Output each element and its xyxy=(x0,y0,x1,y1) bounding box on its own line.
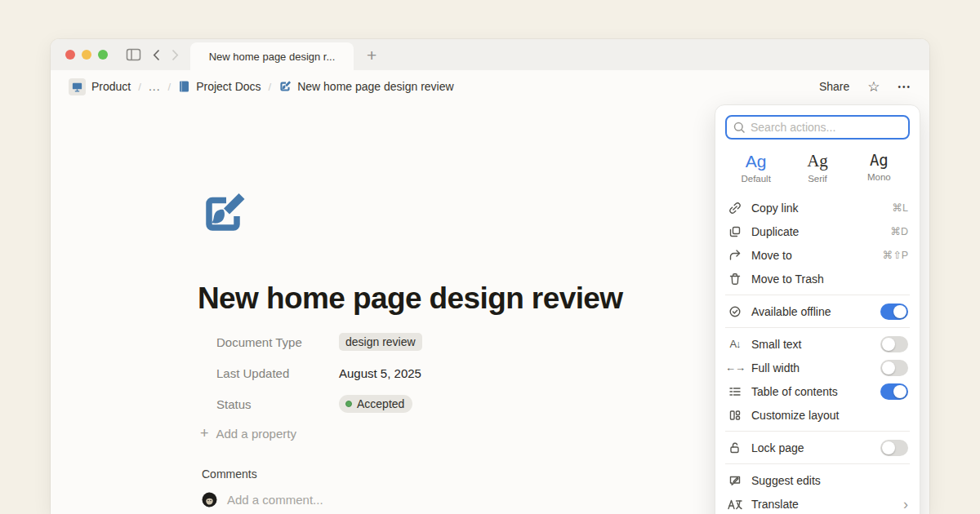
add-property-button[interactable]: + Add a property xyxy=(200,426,296,441)
comment-input[interactable]: Add a comment... xyxy=(227,493,323,507)
font-option-serif[interactable]: Ag Serif xyxy=(786,151,848,184)
share-button[interactable]: Share xyxy=(819,80,849,93)
chevron-right-icon: › xyxy=(903,497,908,512)
breadcrumb-item-product[interactable]: Product xyxy=(69,78,131,95)
translate-icon xyxy=(727,498,743,510)
menu-item-customize-layout[interactable]: Customize layout xyxy=(725,403,910,427)
divider xyxy=(725,431,910,432)
divider xyxy=(725,327,910,328)
avatar xyxy=(202,492,217,507)
book-icon xyxy=(178,80,190,93)
app-window: New home page design r... + Product / ..… xyxy=(51,39,929,514)
lock-open-icon xyxy=(727,441,743,454)
table-of-contents-toggle[interactable] xyxy=(880,383,908,400)
page-title[interactable]: New home page design review xyxy=(198,281,622,316)
traffic-lights xyxy=(65,50,108,60)
menu-item-lock-page[interactable]: Lock page xyxy=(725,436,910,459)
breadcrumb-item-current-page[interactable]: New home page design review xyxy=(278,80,453,93)
customize-layout-icon xyxy=(727,409,743,422)
menu-item-label: Available offline xyxy=(751,305,831,318)
breadcrumb-separator: / xyxy=(138,81,141,93)
menu-item-label: Move to Trash xyxy=(751,273,824,286)
property-row-last-updated[interactable]: Last Updated August 5, 2025 xyxy=(216,357,422,388)
font-sample: Ag xyxy=(725,151,786,171)
check-circle-icon xyxy=(727,305,743,318)
available-offline-toggle[interactable] xyxy=(880,304,908,320)
menu-item-small-text[interactable]: A↓ Small text xyxy=(725,332,910,356)
status-label: Accepted xyxy=(357,397,404,410)
search-actions-box[interactable] xyxy=(725,115,910,140)
property-label: Document Type xyxy=(216,335,339,349)
link-icon xyxy=(727,202,743,215)
lock-page-toggle[interactable] xyxy=(880,440,908,456)
font-sample: Ag xyxy=(849,151,910,170)
menu-item-label: Lock page xyxy=(751,441,804,454)
full-width-toggle[interactable] xyxy=(880,360,908,376)
menu-item-full-width[interactable]: ←→ Full width xyxy=(725,356,910,379)
compose-icon xyxy=(278,80,292,93)
menu-item-move-to[interactable]: Move to ⌘⇧P xyxy=(725,243,910,267)
move-to-icon xyxy=(727,249,743,262)
breadcrumb-item-project-docs[interactable]: Project Docs xyxy=(178,80,261,93)
breadcrumb-separator: / xyxy=(168,81,172,93)
minimize-window-button[interactable] xyxy=(82,50,91,60)
zoom-window-button[interactable] xyxy=(98,50,108,60)
trash-icon xyxy=(727,273,743,286)
sidebar-toggle-icon[interactable] xyxy=(126,48,141,61)
breadcrumb: Product / ... / Project Docs / New home … xyxy=(69,78,454,95)
property-row-status[interactable]: Status Accepted xyxy=(216,388,422,419)
menu-item-suggest-edits[interactable]: Suggest edits xyxy=(725,468,910,492)
divider xyxy=(725,295,910,295)
property-label: Last Updated xyxy=(216,366,339,380)
menu-item-label: Suggest edits xyxy=(751,474,821,487)
paintbrush-square-icon[interactable] xyxy=(198,189,247,238)
menu-item-label: Copy link xyxy=(751,202,799,215)
back-button[interactable] xyxy=(153,49,160,61)
forward-button[interactable] xyxy=(172,49,179,61)
breadcrumb-item-ellipsis[interactable]: ... xyxy=(149,80,161,93)
browser-tab[interactable]: New home page design r... xyxy=(190,42,354,70)
menu-item-duplicate[interactable]: Duplicate ⌘D xyxy=(725,219,910,243)
font-sample: Ag xyxy=(786,151,848,171)
close-window-button[interactable] xyxy=(65,50,75,60)
property-tag[interactable]: design review xyxy=(339,333,422,351)
full-width-icon: ←→ xyxy=(727,361,743,374)
toggle-knob xyxy=(882,338,895,351)
menu-item-translate[interactable]: Translate › xyxy=(725,492,910,514)
menu-item-table-of-contents[interactable]: Table of contents xyxy=(725,379,910,403)
menu-item-available-offline[interactable]: Available offline xyxy=(725,299,910,323)
font-name: Mono xyxy=(849,172,910,182)
menu-item-label: Move to xyxy=(751,249,792,262)
shortcut-hint: ⌘D xyxy=(890,225,908,237)
menu-item-move-to-trash[interactable]: Move to Trash xyxy=(725,267,910,290)
tab-title: New home page design r... xyxy=(209,51,336,63)
font-option-mono[interactable]: Ag Mono xyxy=(849,151,910,184)
search-actions-input[interactable] xyxy=(751,121,902,134)
property-value[interactable]: August 5, 2025 xyxy=(339,366,421,380)
toggle-knob xyxy=(893,305,906,318)
divider xyxy=(725,463,910,464)
breadcrumb-label: New home page design review xyxy=(297,80,453,93)
comment-input-row[interactable]: Add a comment... xyxy=(202,492,323,507)
toggle-knob xyxy=(882,361,895,374)
more-options-icon[interactable]: ••• xyxy=(898,82,911,91)
toggle-knob xyxy=(893,385,906,398)
menu-item-label: Full width xyxy=(751,361,800,374)
shortcut-hint: ⌘⇧P xyxy=(883,249,908,261)
font-name: Default xyxy=(725,174,786,184)
menu-item-label: Translate xyxy=(751,498,799,511)
favorite-star-icon[interactable]: ☆ xyxy=(867,80,880,94)
table-of-contents-icon xyxy=(727,385,743,398)
font-option-default[interactable]: Ag Default xyxy=(725,151,786,184)
status-badge[interactable]: Accepted xyxy=(339,395,412,413)
new-tab-button[interactable]: + xyxy=(367,47,376,64)
menu-item-copy-link[interactable]: Copy link ⌘L xyxy=(725,196,910,219)
monitor-icon xyxy=(69,78,86,95)
menu-item-label: Customize layout xyxy=(751,409,839,422)
duplicate-icon xyxy=(727,225,743,238)
property-row-document-type[interactable]: Document Type design review xyxy=(216,326,422,357)
breadcrumb-label: Project Docs xyxy=(196,80,261,93)
menu-item-label: Duplicate xyxy=(751,225,799,238)
toolbar: Product / ... / Project Docs / New home … xyxy=(51,70,929,103)
small-text-toggle[interactable] xyxy=(880,336,908,352)
